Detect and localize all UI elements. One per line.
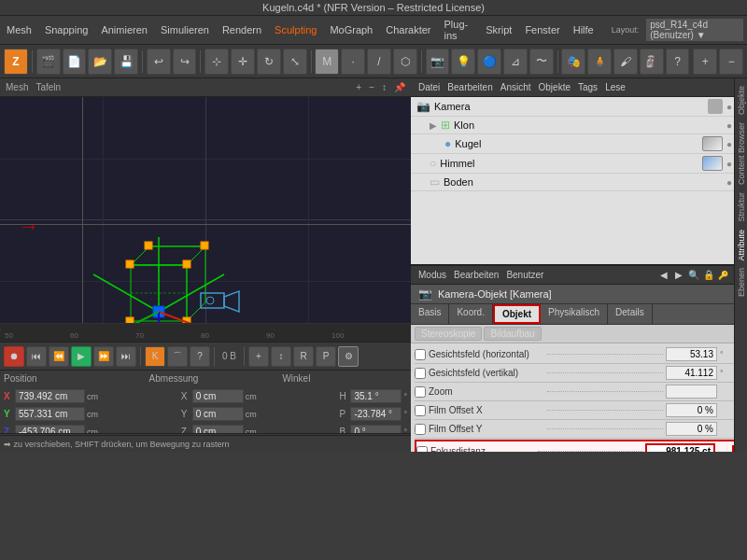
- attr-cb-fokusdistanz[interactable]: [416, 446, 428, 453]
- attr-val-film-y[interactable]: [666, 422, 717, 436]
- menu-mesh[interactable]: Mesh: [4, 23, 35, 36]
- sidebar-tab-struktur[interactable]: Struktur: [736, 189, 747, 226]
- coord-p-input[interactable]: [350, 407, 402, 421]
- obj-vis-kamera[interactable]: ●: [726, 102, 732, 112]
- curve-button[interactable]: ⌒: [167, 346, 188, 367]
- toolbar-cinema-icon[interactable]: 🎬: [36, 49, 61, 75]
- render-icon[interactable]: R: [293, 346, 314, 367]
- viewport-pin-icon[interactable]: 📌: [394, 82, 405, 92]
- play-back-button[interactable]: ⏮: [26, 346, 47, 367]
- obj-menu-ansicht[interactable]: Ansicht: [499, 82, 533, 92]
- menu-charakter[interactable]: Charakter: [383, 23, 433, 36]
- menu-rendern[interactable]: Rendern: [219, 23, 264, 36]
- obj-item-boden[interactable]: ▭ Boden ● ●: [411, 174, 747, 191]
- keyframe-button[interactable]: K: [145, 346, 165, 367]
- toolbar-camera-icon[interactable]: 📷: [426, 49, 450, 75]
- viewport-sub-icon[interactable]: −: [369, 82, 374, 92]
- help-button[interactable]: ?: [190, 346, 210, 367]
- menu-plugins[interactable]: Plug-ins: [442, 18, 476, 42]
- toolbar-undo-icon[interactable]: ↩: [147, 49, 171, 75]
- step-fwd-button[interactable]: ⏩: [93, 346, 114, 367]
- toolbar-redo-icon[interactable]: ↪: [173, 49, 197, 75]
- toolbar-edge-icon[interactable]: /: [367, 49, 391, 75]
- menu-hilfe[interactable]: Hilfe: [571, 23, 597, 36]
- obj-menu-lese[interactable]: Lese: [603, 82, 627, 92]
- sidebar-tab-ebenen[interactable]: Ebenen: [736, 264, 747, 301]
- settings-icon[interactable]: ⚙: [338, 346, 359, 367]
- viewport-canvas[interactable]: →: [0, 97, 411, 342]
- attr-subtab-stereo[interactable]: Stereoskopie: [415, 327, 482, 341]
- toolbar-char-icon[interactable]: 🧍: [587, 49, 612, 75]
- toolbar-save-icon[interactable]: 💾: [114, 49, 138, 75]
- obj-item-kugel[interactable]: ● Kugel ● ●: [411, 134, 747, 154]
- export-icon[interactable]: P: [316, 346, 336, 367]
- step-back-button[interactable]: ⏪: [49, 346, 69, 367]
- viewport-menu-tafeln[interactable]: Tafeln: [35, 82, 61, 92]
- toolbar-open-icon[interactable]: 📂: [88, 49, 112, 75]
- attr-tab-koord[interactable]: Koord.: [449, 304, 492, 324]
- attr-menu-bearbeiten[interactable]: Bearbeiten: [452, 270, 500, 280]
- toolbar-select-icon[interactable]: ⊹: [204, 49, 229, 75]
- attr-val-zoom[interactable]: [666, 385, 717, 399]
- attr-menu-benutzer[interactable]: Benutzer: [504, 270, 545, 280]
- play-fwd-button[interactable]: ⏭: [116, 346, 136, 367]
- coord-ay-input[interactable]: [192, 407, 244, 421]
- attr-cb-zoom[interactable]: [415, 386, 426, 398]
- toolbar-light-icon[interactable]: 💡: [451, 49, 475, 75]
- toolbar-new-icon[interactable]: 📄: [63, 49, 87, 75]
- attr-lock-icon[interactable]: 🔒: [703, 270, 714, 280]
- toolbar-poly-icon[interactable]: ⬡: [393, 49, 417, 75]
- play-button[interactable]: ▶: [71, 346, 92, 367]
- attr-cb-gesichtsfeld-h[interactable]: [415, 349, 426, 360]
- attr-cb-film-x[interactable]: [415, 405, 426, 416]
- obj-vis-kugel[interactable]: ●: [726, 139, 732, 149]
- attr-val-film-x[interactable]: [666, 403, 717, 417]
- menu-fenster[interactable]: Fenster: [522, 23, 562, 36]
- obj-item-kamera[interactable]: 📷 Kamera ● ●: [411, 97, 747, 117]
- attr-nav-right[interactable]: ▶: [673, 270, 684, 280]
- toolbar-scale-icon[interactable]: ⤡: [283, 49, 307, 75]
- obj-menu-datei[interactable]: Datei: [416, 82, 442, 92]
- toolbar-add-icon[interactable]: +: [693, 49, 717, 75]
- toolbar-primitive-icon[interactable]: 🔵: [477, 49, 501, 75]
- arrow-anim-icon[interactable]: ↕: [271, 346, 291, 367]
- toolbar-sculpt-icon[interactable]: 🗿: [640, 49, 664, 75]
- viewport-arrow-icon[interactable]: ↕: [382, 82, 387, 92]
- record-button[interactable]: ⏺: [4, 346, 24, 367]
- sidebar-tab-attribute[interactable]: Attribute: [736, 226, 747, 265]
- layout-selector[interactable]: psd_R14_c4d (Benutzer) ▼: [646, 19, 743, 41]
- viewport-menu-mesh[interactable]: Mesh: [6, 82, 28, 92]
- obj-vis-klon[interactable]: ●: [726, 120, 732, 131]
- menu-animieren[interactable]: Animieren: [98, 23, 150, 36]
- attr-tab-basis[interactable]: Basis: [411, 304, 449, 324]
- toolbar-sub-icon[interactable]: −: [719, 49, 743, 75]
- toolbar-move-icon[interactable]: ✛: [231, 49, 255, 75]
- attr-tab-objekt[interactable]: Objekt: [493, 304, 541, 324]
- obj-vis-himmel[interactable]: ●: [726, 159, 732, 169]
- attr-nav-left[interactable]: ◀: [658, 270, 669, 280]
- sidebar-tab-objekte[interactable]: Objekte: [736, 82, 747, 119]
- attr-key-icon[interactable]: 🔑: [718, 271, 728, 280]
- menu-snapping[interactable]: Snapping: [42, 23, 92, 36]
- attr-subtab-bildaufbau[interactable]: Bildaufbau: [484, 327, 541, 341]
- obj-menu-tags[interactable]: Tags: [576, 82, 599, 92]
- toolbar-nurbs-icon[interactable]: ⊿: [503, 49, 528, 75]
- toolbar-brush-icon[interactable]: 🖌: [613, 49, 638, 75]
- coord-x-input[interactable]: [15, 389, 85, 403]
- viewport-add-icon[interactable]: +: [356, 82, 361, 92]
- toolbar-rotate-icon[interactable]: ↻: [257, 49, 281, 75]
- attr-val-gesichtsfeld-v[interactable]: [666, 366, 717, 380]
- attr-cb-film-y[interactable]: [415, 424, 426, 435]
- attr-menu-modus[interactable]: Modus: [416, 270, 448, 280]
- obj-item-klon[interactable]: ▶ ⊞ Klon ● ●: [411, 117, 747, 134]
- obj-item-himmel[interactable]: ○ Himmel ● ●: [411, 154, 747, 174]
- coord-y-input[interactable]: [15, 407, 85, 421]
- add-anim-icon[interactable]: +: [248, 346, 269, 367]
- attr-tab-details[interactable]: Details: [608, 304, 653, 324]
- menu-sculpting[interactable]: Sculpting: [272, 23, 319, 36]
- sidebar-tab-content[interactable]: Content Browser: [736, 119, 747, 189]
- menu-simulieren[interactable]: Simulieren: [158, 23, 212, 36]
- toolbar-z-icon[interactable]: Z: [4, 49, 28, 75]
- toolbar-question-icon[interactable]: ?: [666, 49, 690, 75]
- coord-h-input[interactable]: [350, 389, 402, 403]
